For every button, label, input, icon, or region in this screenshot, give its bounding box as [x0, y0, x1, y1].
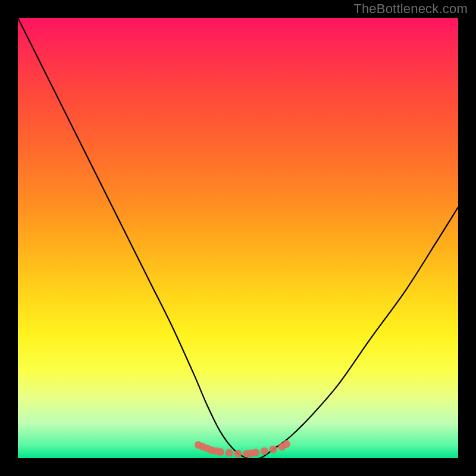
- watermark-text: TheBottleneck.com: [353, 1, 468, 17]
- chart-frame: TheBottleneck.com: [0, 0, 476, 476]
- plot-area: [18, 18, 458, 458]
- gradient-background: [18, 18, 458, 458]
